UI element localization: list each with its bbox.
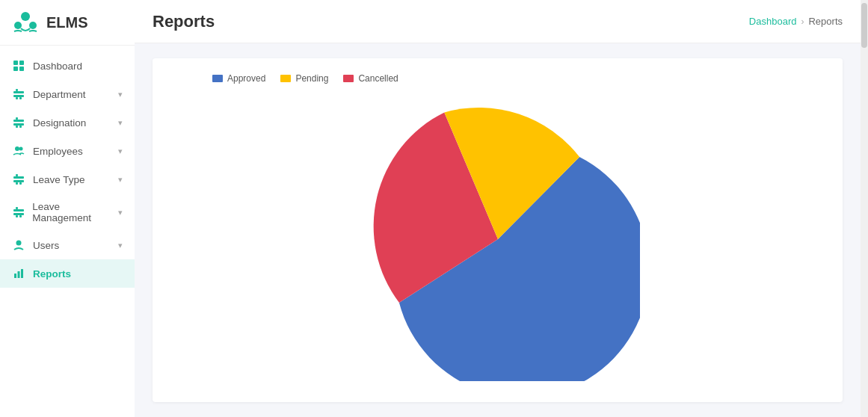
svg-point-17 [15, 146, 19, 151]
sidebar-item-label: Designation [33, 117, 86, 129]
svg-rect-16 [19, 126, 22, 128]
chevron-down-icon: ▾ [118, 146, 123, 156]
designation-icon [12, 116, 25, 129]
sidebar-item-label: Reports [33, 268, 71, 279]
legend-dot-pending [280, 75, 291, 82]
sidebar-item-leave-type[interactable]: Leave Type ▾ [0, 165, 135, 194]
svg-rect-6 [19, 67, 24, 71]
svg-point-18 [19, 147, 23, 151]
main-body: Approved Pending Cancelled [135, 43, 861, 417]
sidebar-item-label: Users [33, 240, 59, 251]
svg-point-0 [21, 12, 30, 21]
legend-label-approved: Approved [227, 73, 265, 84]
svg-rect-21 [16, 174, 18, 176]
leave-type-icon [12, 173, 25, 186]
chevron-down-icon: ▾ [118, 208, 123, 217]
breadcrumb: Dashboard › Reports [749, 16, 843, 27]
svg-rect-26 [16, 207, 18, 209]
legend-item-approved: Approved [212, 73, 265, 84]
svg-rect-23 [19, 182, 22, 185]
svg-point-1 [14, 22, 22, 29]
svg-rect-20 [13, 180, 24, 182]
pie-segments [373, 108, 639, 381]
legend-label-cancelled: Cancelled [358, 73, 398, 84]
main-header: Reports Dashboard › Reports [135, 0, 861, 43]
sidebar-item-department[interactable]: Department ▾ [0, 80, 135, 108]
breadcrumb-parent[interactable]: Dashboard [749, 16, 797, 27]
reports-icon [12, 267, 25, 280]
chevron-down-icon: ▾ [118, 241, 123, 250]
users-icon [12, 238, 25, 252]
svg-rect-28 [19, 215, 22, 217]
sidebar-item-designation[interactable]: Designation ▾ [0, 108, 135, 137]
svg-rect-11 [19, 97, 22, 99]
chart-legend: Approved Pending Cancelled [212, 73, 398, 84]
legend-dot-approved [212, 75, 223, 82]
leave-management-icon [12, 206, 25, 219]
employees-icon [12, 144, 25, 158]
sidebar-item-dashboard[interactable]: Dashboard [0, 52, 135, 80]
svg-rect-14 [16, 117, 18, 120]
chevron-down-icon: ▾ [118, 175, 123, 185]
legend-dot-cancelled [343, 75, 354, 82]
svg-rect-30 [14, 274, 16, 278]
svg-rect-3 [13, 61, 18, 65]
svg-point-2 [29, 22, 37, 29]
svg-rect-12 [13, 120, 24, 122]
svg-rect-32 [21, 269, 23, 278]
svg-rect-7 [13, 91, 24, 93]
svg-rect-22 [16, 182, 18, 185]
app-logo-icon [12, 9, 39, 36]
scrollbar-track[interactable] [861, 0, 868, 417]
svg-rect-15 [16, 126, 18, 128]
breadcrumb-separator: › [801, 16, 804, 27]
pie-chart [356, 97, 640, 381]
sidebar-item-users[interactable]: Users ▾ [0, 231, 135, 259]
sidebar-logo: ELMS [0, 0, 135, 46]
svg-rect-8 [13, 95, 24, 97]
svg-point-29 [16, 241, 22, 246]
chevron-down-icon: ▾ [118, 90, 123, 99]
scrollbar-thumb[interactable] [861, 3, 867, 48]
app-title: ELMS [46, 14, 88, 31]
chevron-down-icon: ▾ [118, 118, 123, 128]
main-content: Reports Dashboard › Reports Approved Pen… [135, 0, 861, 417]
svg-rect-4 [19, 61, 24, 65]
svg-rect-27 [16, 215, 18, 217]
legend-item-cancelled: Cancelled [343, 73, 398, 84]
svg-rect-9 [16, 89, 18, 91]
sidebar-item-label: Department [33, 89, 86, 100]
sidebar: ELMS Dashboard Department ▾ [0, 0, 135, 417]
chart-card: Approved Pending Cancelled [153, 58, 843, 402]
legend-item-pending: Pending [280, 73, 328, 84]
pie-chart-container [356, 91, 640, 387]
breadcrumb-current: Reports [808, 16, 843, 27]
svg-rect-31 [18, 271, 20, 278]
svg-rect-13 [13, 123, 24, 126]
sidebar-item-label: Leave Management [32, 201, 118, 223]
department-icon [12, 87, 25, 101]
svg-rect-25 [13, 213, 24, 215]
sidebar-item-leave-management[interactable]: Leave Management ▾ [0, 194, 135, 231]
sidebar-item-label: Leave Type [33, 174, 85, 185]
sidebar-nav: Dashboard Department ▾ Designation ▾ [0, 46, 135, 417]
sidebar-item-reports[interactable]: Reports [0, 259, 135, 288]
svg-rect-24 [13, 209, 24, 211]
svg-rect-10 [16, 97, 18, 99]
sidebar-item-employees[interactable]: Employees ▾ [0, 137, 135, 165]
sidebar-item-label: Dashboard [33, 61, 82, 72]
legend-label-pending: Pending [295, 73, 328, 84]
page-title: Reports [153, 12, 215, 31]
svg-rect-5 [13, 67, 18, 71]
sidebar-item-label: Employees [33, 146, 83, 157]
svg-rect-19 [13, 176, 24, 179]
dashboard-icon [12, 59, 25, 72]
